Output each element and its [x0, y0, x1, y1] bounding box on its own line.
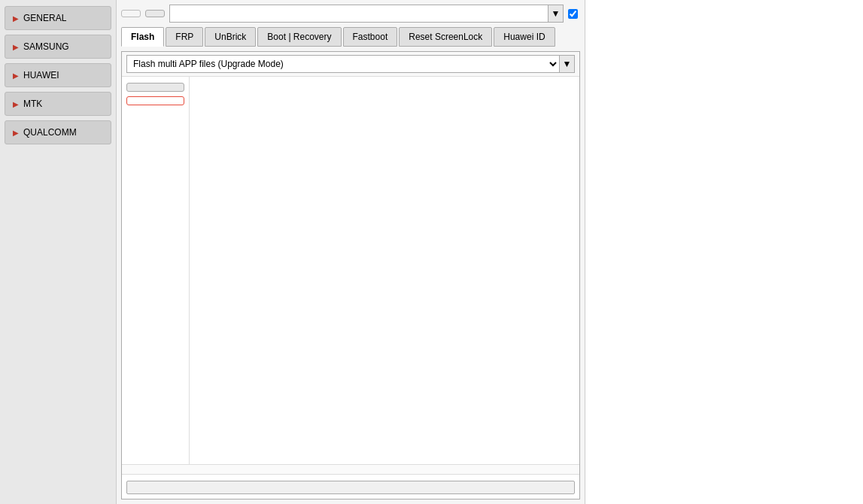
- tab-fastboot[interactable]: Fastboot: [343, 27, 398, 47]
- sidebar-item-qualcomm[interactable]: ▶QUALCOMM: [5, 120, 111, 144]
- log-panel: [585, 0, 863, 504]
- device-combo: ▼: [169, 5, 564, 23]
- main-area: ▼ FlashFRPUnBrickBoot | RecoveryFastboot…: [117, 0, 585, 504]
- sidebar-item-general[interactable]: ▶GENERAL: [5, 6, 111, 30]
- middle-section: [122, 77, 579, 464]
- arrow-icon: ▶: [13, 14, 19, 23]
- sidebar-item-samsung[interactable]: ▶SAMSUNG: [5, 35, 111, 59]
- arrow-icon: ▶: [13, 100, 19, 108]
- tab-boot_recovery[interactable]: Boot | Recovery: [257, 27, 341, 47]
- file-list: [190, 77, 579, 464]
- sidebar-item-label: SAMSUNG: [23, 41, 69, 52]
- content-panel: Flash multi APP files (Upgrade Mode)Flas…: [121, 51, 580, 499]
- tabs-bar: FlashFRPUnBrickBoot | RecoveryFastbootRe…: [121, 27, 580, 47]
- auto-detect-label[interactable]: [568, 9, 580, 19]
- mode-selector-row: Flash multi APP files (Upgrade Mode)Flas…: [122, 52, 579, 77]
- scan-adb-button[interactable]: [145, 10, 165, 17]
- instructions-panel: [122, 464, 579, 474]
- sidebar: ▶GENERAL▶SAMSUNG▶HUAWEI▶MTK▶QUALCOMM: [0, 0, 117, 504]
- sidebar-item-label: HUAWEI: [23, 70, 59, 80]
- clear-button[interactable]: [126, 96, 184, 105]
- tab-flash[interactable]: Flash: [121, 27, 164, 47]
- arrow-icon: ▶: [13, 43, 19, 51]
- combo-arrow-icon[interactable]: ▼: [548, 5, 564, 23]
- sidebar-item-label: MTK: [23, 99, 42, 109]
- tab-frp[interactable]: FRP: [166, 27, 203, 47]
- add-app-files-button[interactable]: [126, 83, 184, 92]
- sidebar-item-mtk[interactable]: ▶MTK: [5, 92, 111, 116]
- start-bar: [122, 474, 579, 499]
- sidebar-item-label: QUALCOMM: [23, 127, 77, 138]
- reset-adb-button[interactable]: [121, 10, 141, 17]
- sidebar-item-label: GENERAL: [23, 13, 66, 23]
- mode-select[interactable]: Flash multi APP files (Upgrade Mode)Flas…: [126, 55, 560, 73]
- mode-arrow-icon[interactable]: ▼: [560, 55, 575, 73]
- tab-huawei_id[interactable]: Huawei ID: [494, 27, 555, 47]
- arrow-icon: ▶: [13, 71, 19, 80]
- action-panel: [122, 77, 190, 464]
- auto-detect-checkbox[interactable]: [568, 9, 578, 19]
- tab-unbrick[interactable]: UnBrick: [205, 27, 256, 47]
- toolbar: ▼: [121, 5, 580, 23]
- tab-reset_screenlock[interactable]: Reset ScreenLock: [399, 27, 492, 47]
- arrow-icon: ▶: [13, 129, 19, 137]
- device-input[interactable]: [169, 5, 548, 23]
- sidebar-item-huawei[interactable]: ▶HUAWEI: [5, 63, 111, 87]
- start-button[interactable]: [126, 481, 575, 494]
